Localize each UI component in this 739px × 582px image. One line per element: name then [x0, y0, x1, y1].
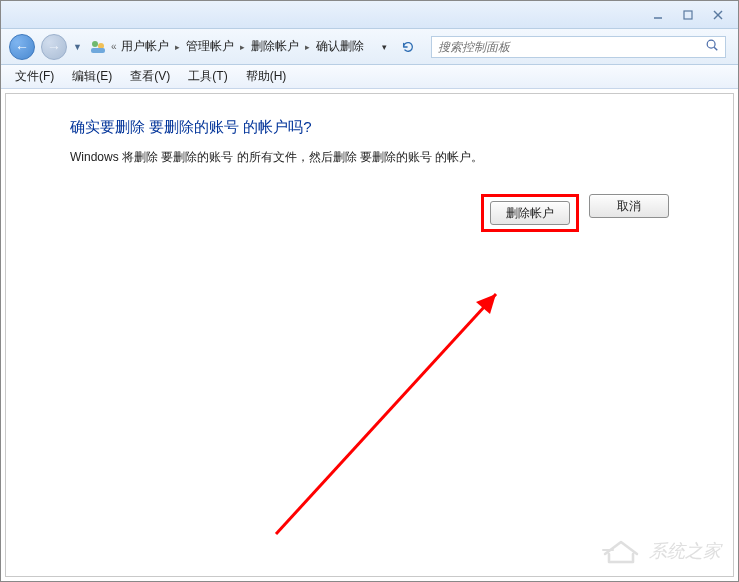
refresh-icon: [401, 40, 415, 54]
user-accounts-icon: [89, 38, 107, 56]
breadcrumb-item-manage[interactable]: 管理帐户: [186, 38, 234, 55]
breadcrumb-dropdown[interactable]: ▾: [382, 42, 387, 52]
maximize-button[interactable]: [674, 6, 702, 24]
svg-line-8: [714, 47, 717, 50]
page-body-text: Windows 将删除 要删除的账号 的所有文件，然后删除 要删除的账号 的帐户…: [70, 149, 669, 166]
nav-back-button[interactable]: ←: [9, 34, 35, 60]
chevron-right-icon: ▸: [175, 42, 180, 52]
search-icon[interactable]: [705, 38, 719, 55]
annotation-highlight: 删除帐户: [481, 194, 579, 232]
chevron-right-icon: ▸: [305, 42, 310, 52]
menu-bar: 文件(F) 编辑(E) 查看(V) 工具(T) 帮助(H): [1, 65, 738, 89]
search-input[interactable]: [438, 40, 705, 54]
svg-point-7: [707, 40, 715, 48]
watermark-text: 系统之家: [649, 539, 721, 563]
menu-edit[interactable]: 编辑(E): [64, 65, 120, 88]
refresh-button[interactable]: [399, 38, 417, 56]
breadcrumb-item-users[interactable]: 用户帐户: [121, 38, 169, 55]
watermark: 系统之家: [601, 536, 721, 566]
breadcrumb-prefix: «: [111, 41, 117, 52]
svg-point-4: [92, 41, 98, 47]
nav-forward-button[interactable]: →: [41, 34, 67, 60]
menu-help[interactable]: 帮助(H): [238, 65, 295, 88]
annotation-arrow: [266, 264, 526, 544]
close-button[interactable]: [704, 6, 732, 24]
breadcrumb: « 用户帐户 ▸ 管理帐户 ▸ 删除帐户 ▸ 确认删除 ▾: [89, 35, 387, 59]
svg-line-9: [276, 294, 496, 534]
page-heading: 确实要删除 要删除的账号 的帐户吗?: [70, 118, 669, 137]
minimize-button[interactable]: [644, 6, 672, 24]
cancel-button[interactable]: 取消: [589, 194, 669, 218]
maximize-icon: [682, 9, 694, 21]
window-titlebar: [1, 1, 738, 29]
svg-marker-10: [476, 294, 496, 314]
svg-rect-6: [91, 48, 105, 53]
watermark-logo-icon: [601, 536, 641, 566]
menu-file[interactable]: 文件(F): [7, 65, 62, 88]
close-icon: [712, 9, 724, 21]
breadcrumb-item-confirm[interactable]: 确认删除: [316, 38, 364, 55]
menu-tools[interactable]: 工具(T): [180, 65, 235, 88]
arrow-right-icon: →: [47, 39, 61, 55]
nav-history-dropdown[interactable]: ▼: [73, 42, 83, 52]
breadcrumb-item-delete[interactable]: 删除帐户: [251, 38, 299, 55]
minimize-icon: [652, 9, 664, 21]
chevron-right-icon: ▸: [240, 42, 245, 52]
menu-view[interactable]: 查看(V): [122, 65, 178, 88]
arrow-left-icon: ←: [15, 39, 29, 55]
search-box[interactable]: [431, 36, 726, 58]
svg-rect-1: [684, 11, 692, 19]
delete-account-button[interactable]: 删除帐户: [490, 201, 570, 225]
address-bar: ← → ▼ « 用户帐户 ▸ 管理帐户 ▸ 删除帐户 ▸ 确认删除 ▾: [1, 29, 738, 65]
content-pane: 确实要删除 要删除的账号 的帐户吗? Windows 将删除 要删除的账号 的所…: [5, 93, 734, 577]
button-row: 删除帐户 取消: [70, 194, 669, 232]
